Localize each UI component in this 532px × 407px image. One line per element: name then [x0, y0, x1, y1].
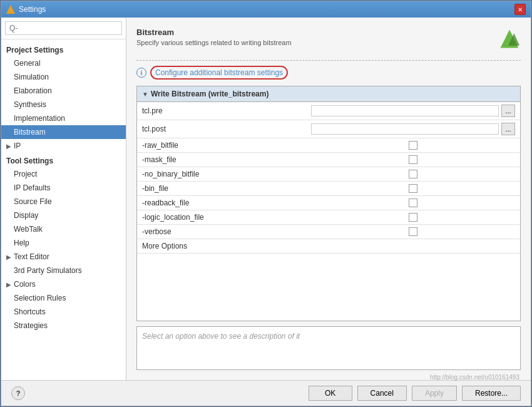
row-value-cell — [306, 239, 520, 254]
sidebar-item-ip[interactable]: ▶ IP — [1, 139, 126, 153]
sidebar-item-elaboration[interactable]: Elaboration — [1, 84, 126, 98]
sidebar-item-text-editor-label: Text Editor — [14, 252, 49, 261]
ip-arrow-icon: ▶ — [6, 143, 11, 150]
row-label: tcl.pre — [137, 102, 306, 120]
sidebar-item-display[interactable]: Display — [1, 209, 126, 222]
search-box — [1, 18, 126, 39]
settings-window: Settings ✕ Project Settings General Simu… — [1, 1, 531, 406]
sidebar-item-project[interactable]: Project — [1, 167, 126, 181]
sidebar: Project Settings General Simulation Elab… — [1, 18, 126, 380]
table-row: -readback_file — [137, 196, 520, 210]
text-editor-arrow-icon: ▶ — [6, 254, 11, 260]
sidebar-item-webtalk[interactable]: WebTalk — [1, 222, 126, 236]
row-value-cell — [306, 138, 520, 153]
apply-button[interactable]: Apply — [412, 386, 457, 401]
collapse-arrow-icon[interactable]: ▼ — [142, 91, 148, 98]
window-title: Settings — [19, 5, 46, 14]
title-bar-left: Settings — [6, 5, 46, 14]
tcl-pre-input[interactable] — [311, 105, 499, 116]
sidebar-item-ip-defaults[interactable]: IP Defaults — [1, 181, 126, 195]
sidebar-item-synthesis[interactable]: Synthesis — [1, 98, 126, 111]
table-row: -no_binary_bitfile — [137, 167, 520, 182]
row-value-cell — [306, 196, 520, 210]
sidebar-item-general[interactable]: General — [1, 56, 126, 70]
row-label: -readback_file — [137, 196, 306, 210]
sidebar-item-source-file[interactable]: Source File — [1, 195, 126, 209]
vivado-logo — [498, 28, 521, 50]
panel-subtitle: Specify various settings related to writ… — [136, 39, 292, 46]
row-value-cell — [306, 167, 520, 182]
right-panel: Bitstream Specify various settings relat… — [126, 18, 531, 380]
row-value-cell: ... — [306, 120, 520, 138]
tcl-pre-browse-button[interactable]: ... — [501, 105, 515, 117]
table-row: -logic_location_file — [137, 210, 520, 225]
row-value-cell: ... — [306, 102, 520, 120]
main-content: Project Settings General Simulation Elab… — [1, 18, 531, 380]
title-bar: Settings ✕ — [1, 1, 531, 18]
table-row: More Options — [137, 239, 520, 254]
sidebar-item-colors-label: Colors — [14, 280, 36, 289]
project-settings-header: Project Settings — [1, 42, 126, 56]
table-row: -mask_file — [137, 153, 520, 167]
row-value-cell — [306, 182, 520, 196]
mask-file-checkbox[interactable] — [409, 155, 417, 164]
sidebar-item-bitstream[interactable]: Bitstream — [1, 125, 126, 139]
raw-bitfile-checkbox[interactable] — [409, 141, 417, 150]
table-row: tcl.post ... — [137, 120, 520, 138]
sidebar-item-3rd-party[interactable]: 3rd Party Simulators — [1, 264, 126, 277]
write-bitstream-header: ▼ Write Bitstream (write_bitstream) — [137, 86, 520, 102]
sidebar-item-implementation[interactable]: Implementation — [1, 111, 126, 125]
config-link[interactable]: Configure additional bitstream settings — [150, 66, 288, 80]
ok-button[interactable]: OK — [309, 386, 352, 401]
row-label: -raw_bitfile — [137, 138, 306, 153]
tcl-post-input[interactable] — [311, 123, 499, 135]
row-value-cell — [306, 225, 520, 239]
verbose-checkbox[interactable] — [409, 227, 417, 236]
sidebar-item-text-editor[interactable]: ▶ Text Editor — [1, 250, 126, 264]
panel-title: Bitstream — [136, 28, 292, 37]
settings-table: tcl.pre ... tcl.post — [137, 102, 520, 254]
sidebar-item-strategies[interactable]: Strategies — [1, 319, 126, 332]
sidebar-item-help[interactable]: Help — [1, 236, 126, 250]
logic-location-file-checkbox[interactable] — [409, 213, 417, 222]
sidebar-item-colors[interactable]: ▶ Colors — [1, 277, 126, 291]
colors-arrow-icon: ▶ — [6, 281, 11, 288]
row-label: More Options — [137, 239, 306, 254]
row-value-cell — [306, 153, 520, 167]
tool-settings-header: Tool Settings — [1, 153, 126, 167]
sidebar-item-ip-label: IP — [14, 142, 21, 150]
tcl-post-browse-button[interactable]: ... — [501, 123, 515, 135]
panel-divider — [136, 60, 521, 61]
row-label: -logic_location_file — [137, 210, 306, 225]
row-label: -bin_file — [137, 182, 306, 196]
footer-left: ? — [11, 386, 25, 400]
row-label: -verbose — [137, 225, 306, 239]
cancel-button[interactable]: Cancel — [357, 386, 407, 401]
search-input[interactable] — [5, 21, 122, 35]
settings-table-container: ▼ Write Bitstream (write_bitstream) tcl.… — [136, 86, 521, 321]
sidebar-content: Project Settings General Simulation Elab… — [1, 39, 126, 380]
row-label: -mask_file — [137, 153, 306, 167]
description-text: Select an option above to see a descript… — [142, 332, 300, 341]
footer-right: OK Cancel Apply Restore... — [309, 386, 521, 401]
panel-header-text: Bitstream Specify various settings relat… — [136, 28, 292, 46]
panel-header: Bitstream Specify various settings relat… — [136, 28, 521, 50]
row-label: tcl.post — [137, 120, 306, 138]
close-button[interactable]: ✕ — [514, 4, 526, 15]
bin-file-checkbox[interactable] — [409, 184, 417, 193]
footer: ? OK Cancel Apply Restore... — [1, 380, 531, 406]
row-label: -no_binary_bitfile — [137, 167, 306, 182]
readback-file-checkbox[interactable] — [409, 198, 417, 207]
config-link-row: i Configure additional bitstream setting… — [136, 66, 521, 80]
help-button[interactable]: ? — [11, 386, 25, 400]
restore-button[interactable]: Restore... — [462, 386, 521, 401]
sidebar-item-simulation[interactable]: Simulation — [1, 70, 126, 84]
table-row: -verbose — [137, 225, 520, 239]
table-scroll-area: tcl.pre ... tcl.post — [137, 102, 520, 321]
write-bitstream-label: Write Bitstream (write_bitstream) — [151, 90, 269, 98]
row-value-cell — [306, 210, 520, 225]
table-row: -bin_file — [137, 182, 520, 196]
sidebar-item-shortcuts[interactable]: Shortcuts — [1, 305, 126, 319]
sidebar-item-selection-rules[interactable]: Selection Rules — [1, 291, 126, 305]
no-binary-bitfile-checkbox[interactable] — [409, 170, 417, 178]
